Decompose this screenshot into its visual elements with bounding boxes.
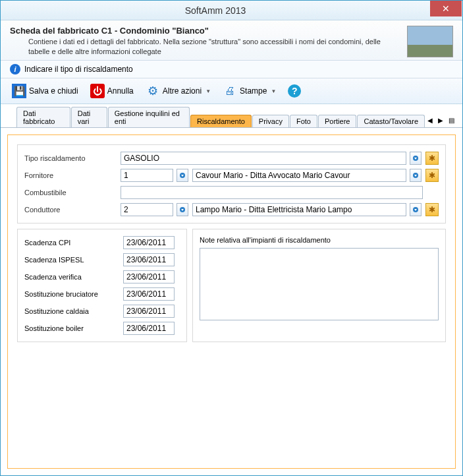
tab-prev-button[interactable]: ◀ [425, 115, 435, 125]
actions-label: Altre azioni [163, 86, 202, 96]
conduttore-name-dropdown[interactable] [410, 203, 422, 216]
cancel-button[interactable]: ⏻ Annulla [86, 81, 138, 101]
info-bar: i Indicare il tipo di riscaldamento [1, 61, 462, 78]
save-icon: 💾 [12, 84, 26, 98]
combustibile-input[interactable] [121, 186, 423, 199]
fornitore-name-input[interactable] [192, 169, 406, 182]
tab-list-button[interactable]: ▤ [447, 115, 456, 125]
tipo-riscaldamento-input[interactable] [121, 152, 406, 165]
tipo-riscaldamento-label: Tipo riscaldamento [24, 154, 117, 162]
save-label: Salva e chiudi [29, 86, 78, 96]
tab-foto[interactable]: Foto [290, 115, 317, 127]
printer-icon: 🖨 [223, 84, 237, 98]
print-label: Stampe [240, 86, 267, 96]
tab-portiere[interactable]: Portiere [318, 115, 357, 127]
scadenza-cpi-label: Scadenza CPI [24, 239, 123, 247]
power-icon: ⏻ [90, 84, 105, 98]
help-icon: ? [288, 84, 301, 98]
fornitore-code-dropdown[interactable] [177, 169, 188, 182]
cancel-label: Annulla [107, 86, 134, 96]
heating-form: Tipo riscaldamento ✱ Fornitore ✱ Combust… [17, 144, 446, 223]
page-title: Scheda del fabbricato C1 - Condominio "B… [10, 26, 400, 36]
fornitore-name-dropdown[interactable] [410, 169, 422, 182]
tab-dati-vari[interactable]: Dati vari [71, 107, 107, 127]
tipo-riscaldamento-new[interactable]: ✱ [425, 152, 439, 165]
tab-gestione-inquilini[interactable]: Gestione inquilini ed enti [108, 107, 190, 127]
notes-label: Note relativa all'impianti di riscaldame… [200, 236, 439, 244]
tab-dati-fabbricato[interactable]: Dati fabbricato [16, 107, 70, 127]
sost-bruciatore-label: Sostituzione bruciatore [24, 290, 123, 298]
tab-riscaldamento[interactable]: Riscaldamento [190, 115, 252, 127]
fornitore-label: Fornitore [24, 171, 117, 179]
fornitore-code-input[interactable] [121, 169, 173, 182]
page-description: Contiene i dati ed i dettagli del fabbri… [10, 37, 400, 57]
tipo-riscaldamento-dropdown[interactable] [410, 152, 422, 165]
tab-next-button[interactable]: ▶ [436, 115, 445, 125]
header-section: Scheda del fabbricato C1 - Condominio "B… [1, 20, 462, 61]
scadenza-verifica-input[interactable] [123, 270, 175, 283]
scadenza-ispesl-label: Scadenza ISPESL [24, 256, 123, 264]
combustibile-label: Combustibile [24, 189, 117, 196]
sost-caldaia-input[interactable] [123, 305, 175, 318]
dates-panel: Scadenza CPI Scadenza ISPESL Scadenza ve… [17, 229, 187, 342]
actions-button[interactable]: ⚙ Altre azioni ▼ [141, 81, 215, 101]
chevron-down-icon: ▼ [271, 88, 276, 94]
help-button[interactable]: ? [283, 82, 306, 100]
sost-caldaia-label: Sostituzione caldaia [24, 307, 123, 315]
content-area: Tipo riscaldamento ✱ Fornitore ✱ Combust… [1, 128, 462, 475]
app-window: SoftAmm 2013 ✕ Scheda del fabbricato C1 … [0, 0, 463, 476]
sost-boiler-label: Sostituzione boiler [24, 324, 123, 332]
fornitore-new[interactable]: ✱ [425, 169, 439, 182]
toolbar: 💾 Salva e chiudi ⏻ Annulla ⚙ Altre azion… [1, 78, 462, 104]
tab-privacy[interactable]: Privacy [252, 115, 289, 127]
notes-textarea[interactable] [200, 248, 439, 320]
chevron-down-icon: ▼ [205, 88, 211, 94]
conduttore-new[interactable]: ✱ [425, 203, 439, 216]
window-title: SoftAmm 2013 [1, 5, 430, 16]
tabs: Dati fabbricato Dati vari Gestione inqui… [1, 104, 462, 128]
conduttore-name-input[interactable] [192, 203, 406, 216]
scadenza-cpi-input[interactable] [123, 236, 175, 249]
save-button[interactable]: 💾 Salva e chiudi [7, 81, 83, 101]
sost-bruciatore-input[interactable] [123, 287, 175, 301]
conduttore-code-dropdown[interactable] [177, 203, 188, 216]
close-button[interactable]: ✕ [430, 1, 462, 16]
scadenza-verifica-label: Scadenza verifica [24, 273, 123, 281]
notes-panel: Note relativa all'impianti di riscaldame… [192, 229, 446, 342]
gear-icon: ⚙ [146, 84, 160, 98]
scadenza-ispesl-input[interactable] [123, 253, 175, 266]
tab-catasto[interactable]: Catasto/Tavolare [357, 115, 425, 127]
conduttore-code-input[interactable] [121, 203, 173, 216]
conduttore-label: Conduttore [24, 206, 117, 214]
titlebar: SoftAmm 2013 ✕ [1, 1, 462, 20]
info-icon: i [10, 64, 20, 74]
info-text: Indicare il tipo di riscaldamento [24, 65, 133, 74]
building-image [407, 26, 453, 57]
print-button[interactable]: 🖨 Stampe ▼ [218, 81, 281, 101]
sost-boiler-input[interactable] [123, 322, 175, 335]
